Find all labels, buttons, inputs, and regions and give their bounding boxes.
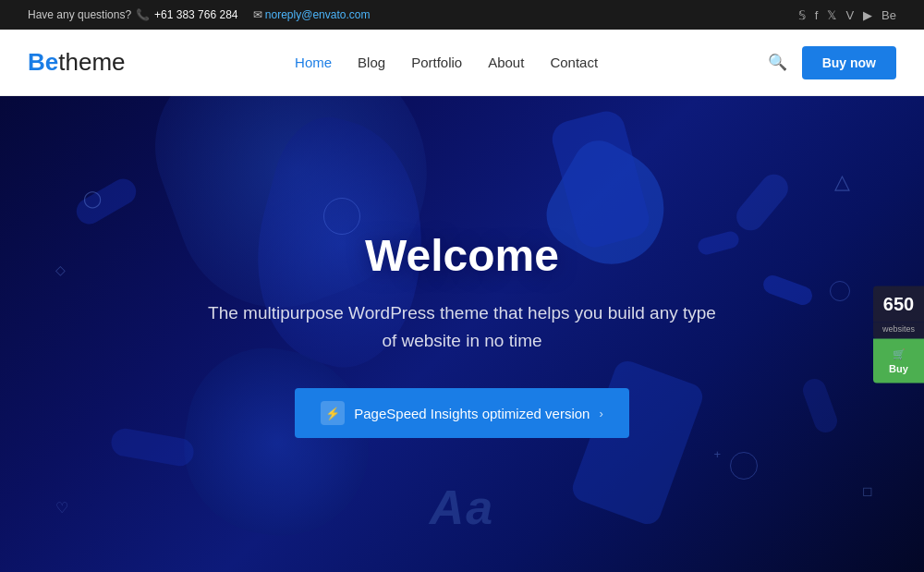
- facebook-icon[interactable]: f: [815, 8, 819, 22]
- logo[interactable]: Betheme: [28, 48, 126, 77]
- search-icon[interactable]: 🔍: [768, 53, 787, 72]
- buy-button[interactable]: Buy now: [802, 46, 896, 79]
- email-link[interactable]: noreply@envato.com: [265, 8, 371, 21]
- deco-symbol-2: ◇: [55, 262, 66, 277]
- side-count: 650: [873, 286, 924, 322]
- navbar: Betheme Home Blog Portfolio About Contac…: [0, 30, 924, 96]
- cta-label: PageSpeed Insights optimized version: [354, 406, 590, 421]
- deco-pill-1: [72, 174, 141, 228]
- social-links: 𝕊 f 𝕏 V ▶ Be: [798, 8, 896, 22]
- phone-info: Have any questions? 📞 +61 383 766 284: [28, 8, 238, 21]
- top-bar-contact: Have any questions? 📞 +61 383 766 284 ✉ …: [28, 8, 370, 21]
- hero-section: ◯ ◇ ◻ △ ♡ + Aa Welcome The multipurpose …: [0, 96, 924, 572]
- deco-symbol-6: +: [713, 447, 721, 461]
- nav-contact[interactable]: Contact: [550, 55, 598, 70]
- logo-theme: theme: [58, 48, 125, 77]
- logo-be: Be: [28, 48, 58, 77]
- cta-button[interactable]: ⚡ PageSpeed Insights optimized version ›: [295, 388, 629, 438]
- twitter-icon[interactable]: 𝕏: [827, 8, 836, 22]
- vimeo-icon[interactable]: V: [845, 8, 854, 22]
- hero-subtitle: The multipurpose WordPress theme that he…: [203, 299, 721, 356]
- side-buy-label: Buy: [889, 362, 908, 373]
- deco-circle-2: [730, 452, 758, 480]
- phone-icon: 📞: [136, 8, 150, 21]
- envelope-icon: ✉: [253, 8, 262, 21]
- nav-blog[interactable]: Blog: [358, 55, 385, 70]
- youtube-icon[interactable]: ▶: [863, 8, 872, 22]
- side-buy-button[interactable]: 🛒 Buy: [873, 338, 924, 383]
- behance-icon[interactable]: Be: [881, 8, 896, 22]
- deco-symbol-5: ♡: [55, 499, 68, 517]
- nav-right: 🔍 Buy now: [768, 46, 896, 79]
- pagespeed-icon: ⚡: [321, 401, 345, 425]
- aa-text: Aa: [430, 480, 494, 535]
- deco-symbol-1: ◯: [83, 189, 102, 209]
- nav-links: Home Blog Portfolio About Contact: [295, 55, 598, 70]
- nav-about[interactable]: About: [488, 55, 524, 70]
- deco-pill-5: [731, 169, 794, 237]
- side-panel: 650 websites 🛒 Buy: [873, 286, 924, 383]
- hero-title: Welcome: [203, 230, 721, 281]
- deco-symbol-4: △: [834, 170, 850, 194]
- nav-home[interactable]: Home: [295, 55, 332, 70]
- cta-chevron: ›: [599, 407, 602, 420]
- hero-content: Welcome The multipurpose WordPress theme…: [129, 230, 795, 439]
- question-text: Have any questions?: [28, 8, 131, 21]
- email-info[interactable]: ✉ noreply@envato.com: [253, 8, 371, 21]
- deco-symbol-3: ◻: [862, 483, 873, 498]
- deco-circle-3: [830, 281, 850, 301]
- cart-icon: 🛒: [893, 347, 906, 359]
- skype-icon[interactable]: 𝕊: [798, 8, 806, 22]
- nav-portfolio[interactable]: Portfolio: [411, 55, 462, 70]
- phone-number: +61 383 766 284: [154, 8, 237, 21]
- side-count-label: websites: [873, 322, 924, 338]
- top-bar: Have any questions? 📞 +61 383 766 284 ✉ …: [0, 0, 924, 30]
- deco-pill-6: [799, 376, 840, 436]
